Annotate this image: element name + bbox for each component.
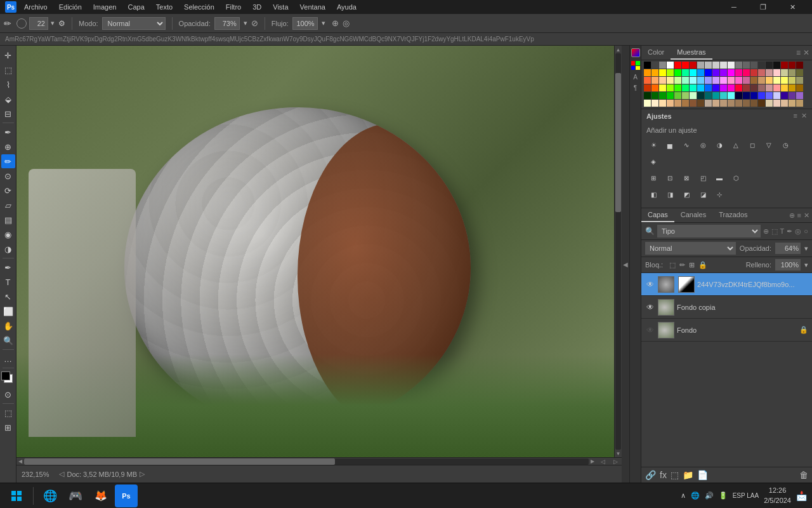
swatch-green[interactable]: [674, 69, 681, 76]
adjust-a4[interactable]: ◪: [696, 187, 710, 201]
swatch-crimson[interactable]: [750, 69, 757, 76]
swatch-cyan2[interactable]: [720, 92, 727, 99]
swatch-maroon3[interactable]: [796, 62, 803, 69]
swatch-orange2[interactable]: [652, 69, 658, 76]
swatch-light-peach[interactable]: [659, 77, 666, 84]
swatch-azure[interactable]: [697, 84, 704, 91]
relleno-dropdown[interactable]: ▾: [804, 261, 808, 269]
capas-filter-select[interactable]: Tipo Nombre Efecto: [657, 225, 761, 237]
systray-arrow[interactable]: ∧: [681, 491, 686, 500]
adjust-threshold[interactable]: ◰: [696, 171, 710, 185]
swatch-yellow[interactable]: [659, 69, 666, 76]
swatch-salmon[interactable]: [766, 69, 773, 76]
menu-seleccion[interactable]: Selección: [179, 2, 219, 12]
minimize-button[interactable]: ─: [719, 0, 749, 14]
adjust-a1[interactable]: ◧: [646, 187, 660, 201]
hand-tool[interactable]: ✋: [1, 319, 15, 333]
dodge-tool[interactable]: ◑: [1, 242, 15, 256]
swatch-skin4[interactable]: [674, 100, 681, 107]
swatch-gray5[interactable]: [766, 62, 773, 69]
opacidad-input[interactable]: 73%: [214, 17, 240, 30]
new-layer-btn[interactable]: 📄: [697, 470, 708, 480]
swatch-deep-purple[interactable]: [781, 92, 788, 99]
swatch-bisque[interactable]: [781, 100, 788, 107]
adjust-brightness[interactable]: ☀: [646, 138, 660, 152]
swatch-bright-yellow2[interactable]: [659, 84, 666, 91]
swatch-olive-green[interactable]: [674, 92, 681, 99]
airbrush-icon[interactable]: ⊕: [332, 18, 339, 28]
swatch-dark-bisque[interactable]: [789, 100, 796, 107]
swatch-indigo[interactable]: [712, 69, 719, 76]
close-button[interactable]: ✕: [778, 0, 807, 14]
adjust-bw[interactable]: ▽: [762, 138, 776, 152]
swatch-black[interactable]: [644, 62, 651, 69]
swatch-magenta[interactable]: [728, 69, 735, 76]
blur-tool[interactable]: ◉: [1, 227, 15, 241]
brush-options-icon[interactable]: ⚙: [58, 19, 65, 28]
menu-archivo[interactable]: Archivo: [19, 2, 53, 12]
canvas-area[interactable]: [16, 46, 614, 457]
swatch-dark-olive[interactable]: [796, 77, 803, 84]
flujo-dropdown[interactable]: ▾: [322, 19, 325, 27]
menu-ventana[interactable]: Ventana: [295, 2, 331, 12]
swatch-emerald[interactable]: [682, 84, 689, 91]
swatch-dark-red[interactable]: [690, 62, 697, 69]
panel-expand[interactable]: ◀: [622, 46, 629, 483]
opacity-input[interactable]: 64%: [775, 243, 801, 254]
menu-capa[interactable]: Capa: [122, 2, 149, 12]
swatch-amber[interactable]: [796, 84, 803, 91]
adjust-a3[interactable]: ◩: [679, 187, 693, 201]
swatch-dark-green[interactable]: [652, 92, 658, 99]
swatch-cobalt[interactable]: [705, 84, 712, 91]
lock-pixels-icon[interactable]: ⬚: [669, 261, 676, 269]
new-group-btn[interactable]: 📁: [683, 470, 693, 480]
swatch-red[interactable]: [674, 62, 681, 69]
healing-brush-tool[interactable]: ⊕: [1, 140, 15, 154]
foreground-background-colors[interactable]: [1, 371, 15, 385]
tab-capas[interactable]: Capas: [641, 208, 674, 222]
swatch-gray6[interactable]: [773, 62, 780, 69]
link-layers-btn[interactable]: 🔗: [645, 470, 656, 480]
swatch-light-magenta[interactable]: [720, 77, 727, 84]
taskbar-photoshop[interactable]: Ps: [115, 485, 138, 507]
ajustes-header[interactable]: Ajustes ≡ ✕: [641, 109, 812, 123]
swatch-violet[interactable]: [720, 69, 727, 76]
swatch-maroon2[interactable]: [789, 62, 796, 69]
quick-select-tool[interactable]: ⬙: [1, 92, 15, 106]
brush-size-dropdown[interactable]: ▾: [51, 19, 55, 27]
adjust-selectivecolor[interactable]: ⬡: [729, 171, 743, 185]
swatch-periwinkle[interactable]: [705, 77, 712, 84]
swatch-light-gray1[interactable]: [697, 62, 704, 69]
layer-item-1[interactable]: 👁 244V73vzDKf4trEJQf8bmo9o...: [641, 273, 812, 296]
move-tool[interactable]: ✛: [1, 48, 15, 62]
blend-mode-select[interactable]: Normal Disolver Oscurecer Multiplicar Ac…: [645, 242, 736, 255]
notification-btn[interactable]: 📩: [796, 491, 807, 501]
brush-tool[interactable]: ✏: [1, 154, 15, 168]
swatch-dark-cyan[interactable]: [712, 92, 719, 99]
swatch-yellow-green2[interactable]: [667, 84, 674, 91]
taskbar-steam[interactable]: 🎮: [64, 485, 87, 507]
arrow-left-btn[interactable]: ◁: [59, 470, 64, 478]
swatch-spring-green[interactable]: [674, 84, 681, 91]
swatch-lime[interactable]: [674, 77, 681, 84]
swatch-gray1[interactable]: [735, 62, 742, 69]
eraser-tool[interactable]: ▱: [1, 198, 15, 212]
swatch-tan6[interactable]: [743, 100, 750, 107]
relleno-input[interactable]: 100%: [775, 259, 801, 271]
swatch-pink[interactable]: [743, 69, 750, 76]
swatch-tan4[interactable]: [728, 100, 735, 107]
capas-close-icon[interactable]: ✕: [804, 211, 809, 220]
taskbar-brave[interactable]: 🦊: [89, 485, 112, 507]
marquee-tool[interactable]: ⬚: [1, 63, 15, 77]
adjust-gradientmap[interactable]: ▬: [712, 171, 726, 185]
nav-arrow-right[interactable]: ▷: [609, 458, 622, 465]
swatch-medium-blue[interactable]: [758, 92, 765, 99]
swatch-mid-green[interactable]: [659, 92, 666, 99]
lock-position-icon[interactable]: ✏: [679, 261, 685, 269]
swatch-maroon1[interactable]: [781, 62, 788, 69]
swatch-dusty-rose[interactable]: [758, 84, 765, 91]
adjust-photofilter[interactable]: ◷: [778, 138, 792, 152]
swatch-white[interactable]: [667, 62, 674, 69]
swatch-light-cyan2[interactable]: [728, 92, 735, 99]
start-button[interactable]: [5, 485, 28, 507]
